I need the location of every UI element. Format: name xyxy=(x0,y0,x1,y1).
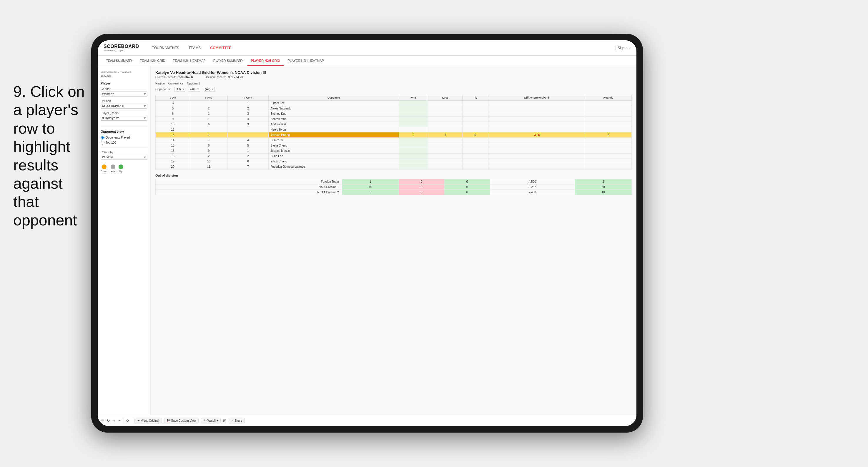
radio-top-100-input[interactable] xyxy=(101,141,104,145)
table-row[interactable]: 20 11 7 Federica Domecq Lacroze xyxy=(156,164,632,169)
cell-conf xyxy=(227,132,268,138)
table-row[interactable]: 14 7 4 Eunice Yi xyxy=(156,138,632,143)
table-row-selected[interactable]: 13 1 Jessica Huang 0 1 0 -3.00 2 xyxy=(156,132,632,138)
table-row[interactable]: 11 Heeju Hyun xyxy=(156,127,632,132)
cell-conf: 3 xyxy=(227,111,268,117)
cell-conf: 4 xyxy=(227,138,268,143)
ood-row-naia1[interactable]: NAIA Division 1 15 0 0 9.267 30 xyxy=(156,185,632,190)
cell-diff xyxy=(488,154,585,159)
sign-out-link[interactable]: Sign out xyxy=(618,46,630,50)
undo-icon[interactable]: ↩ xyxy=(101,418,104,423)
tab-team-h2h-heatmap[interactable]: TEAM H2H HEATMAP xyxy=(169,56,209,66)
division-select[interactable]: NCAA Division III NCAA Division I NCAA D… xyxy=(101,103,147,108)
region-filter-select[interactable]: (All) xyxy=(174,87,185,92)
conference-filter-select[interactable]: (All) xyxy=(189,87,200,92)
forward-icon[interactable]: ↪ xyxy=(113,418,116,423)
cell-win xyxy=(399,143,428,148)
nav-teams[interactable]: TEAMS xyxy=(185,44,205,52)
table-row[interactable]: 9 1 4 Sharon Mun xyxy=(156,117,632,122)
table-row[interactable]: 5 2 2 Alexis Sudjianto xyxy=(156,106,632,111)
colour-dots: Down Level Up xyxy=(101,164,147,173)
cell-div: 3 xyxy=(156,101,190,106)
table-row[interactable]: 18 2 2 Euna Lee xyxy=(156,154,632,159)
radio-opponents-played[interactable]: Opponents Played xyxy=(101,136,147,139)
cell-diff xyxy=(488,117,585,122)
last-updated-time: 16:55:28 xyxy=(101,74,147,77)
cell-rounds xyxy=(585,101,631,106)
th-reg: # Reg xyxy=(190,95,228,101)
radio-opponents-played-input[interactable] xyxy=(101,136,104,139)
th-loss: Loss xyxy=(428,95,463,101)
overall-record-label: Overall Record: xyxy=(155,75,176,79)
tab-team-summary[interactable]: TEAM SUMMARY xyxy=(102,56,136,66)
cell-diff xyxy=(488,164,585,169)
tab-player-h2h-heatmap[interactable]: PLAYER H2H HEATMAP xyxy=(284,56,328,66)
ood-title: Out of division xyxy=(155,174,632,177)
refresh-icon[interactable]: ⟳ xyxy=(126,418,129,423)
table-row[interactable]: 15 8 5 Stella Cheng xyxy=(156,143,632,148)
colour-by-select[interactable]: Win/loss xyxy=(101,155,147,160)
cell-win xyxy=(399,127,428,132)
device-frame: SCOREBOARD Powered by clippd TOURNAMENTS… xyxy=(91,34,643,433)
share-btn[interactable]: ↗ Share xyxy=(228,418,245,424)
ood-rounds-ncaa2: 10 xyxy=(575,190,631,195)
cell-reg: 2 xyxy=(190,106,228,111)
opponents-label: Opponents: xyxy=(155,88,170,91)
cell-win xyxy=(399,101,428,106)
nav-items: TOURNAMENTS TEAMS COMMITTEE xyxy=(148,44,616,52)
colour-section: Colour by Win/loss Down Level xyxy=(101,151,147,173)
cell-rounds xyxy=(585,164,631,169)
view-icon: 👁 xyxy=(137,419,140,422)
cut-icon[interactable]: ✂ xyxy=(118,418,121,423)
cell-opponent: Eunice Yi xyxy=(269,138,399,143)
tab-player-summary[interactable]: PLAYER SUMMARY xyxy=(210,56,247,66)
cell-div: 20 xyxy=(156,164,190,169)
save-custom-view-btn[interactable]: 💾 Save Custom View xyxy=(164,418,198,424)
cell-win xyxy=(399,148,428,154)
chevron-down-icon: ▾ xyxy=(217,419,218,422)
cell-rounds xyxy=(585,148,631,154)
table-row[interactable]: 19 10 6 Emily Chang xyxy=(156,159,632,164)
cell-reg: 11 xyxy=(190,164,228,169)
ood-loss-foreign: 0 xyxy=(399,179,444,185)
h2h-table: # Div # Reg # Conf Opponent Win Loss Tie… xyxy=(155,95,632,169)
redo-icon[interactable]: ↻ xyxy=(107,418,110,423)
layout-icon[interactable]: ⊞ xyxy=(223,418,226,423)
cell-conf: 2 xyxy=(227,154,268,159)
tab-player-h2h-grid[interactable]: PLAYER H2H GRID xyxy=(247,56,284,66)
cell-diff xyxy=(488,143,585,148)
cell-tie xyxy=(462,138,488,143)
watch-btn[interactable]: 👁 Watch ▾ xyxy=(201,418,221,424)
share-icon: ↗ xyxy=(231,419,234,422)
cell-conf: 3 xyxy=(227,122,268,127)
ood-win-ncaa2: 5 xyxy=(342,190,399,195)
nav-tournaments[interactable]: TOURNAMENTS xyxy=(148,44,183,52)
player-rank-select[interactable]: 8. Katelyn Vo xyxy=(101,116,147,121)
colour-by-label: Colour by xyxy=(101,151,147,154)
radio-top-100[interactable]: Top 100 xyxy=(101,141,147,145)
gender-select[interactable]: Women's Men's xyxy=(101,92,147,96)
nav-committee[interactable]: COMMITTEE xyxy=(206,44,236,52)
ood-row-foreign[interactable]: Foreign Team 1 0 0 4.500 2 xyxy=(156,179,632,185)
cell-opponent: Alexis Sudjianto xyxy=(269,106,399,111)
table-row[interactable]: 16 9 1 Jessica Mason xyxy=(156,148,632,154)
cell-rounds-selected: 2 xyxy=(585,132,631,138)
instruction-body: Click on a player's row to highlight res… xyxy=(13,83,85,229)
table-row[interactable]: 10 6 3 Andrea York xyxy=(156,122,632,127)
radio-opponents-played-label: Opponents Played xyxy=(105,136,130,139)
cell-win xyxy=(399,154,428,159)
ood-row-ncaa2[interactable]: NCAA Division 2 5 0 0 7.400 10 xyxy=(156,190,632,195)
cell-opponent: Andrea York xyxy=(269,122,399,127)
table-row[interactable]: 3 1 Esther Lee xyxy=(156,101,632,106)
cell-loss-selected: 1 xyxy=(428,132,463,138)
table-header-row: # Div # Reg # Conf Opponent Win Loss Tie… xyxy=(156,95,632,101)
view-original-btn[interactable]: 👁 View: Original xyxy=(134,418,162,424)
th-div: # Div xyxy=(156,95,190,101)
colour-up: Up xyxy=(119,164,123,173)
cell-diff xyxy=(488,159,585,164)
cell-diff xyxy=(488,111,585,117)
opponent-view-section: Opponent view Opponents Played Top 100 xyxy=(101,130,147,145)
table-row[interactable]: 6 1 3 Sydney Kuo xyxy=(156,111,632,117)
opponent-filter-select[interactable]: (All) xyxy=(204,87,215,92)
tab-team-h2h-grid[interactable]: TEAM H2H GRID xyxy=(136,56,169,66)
